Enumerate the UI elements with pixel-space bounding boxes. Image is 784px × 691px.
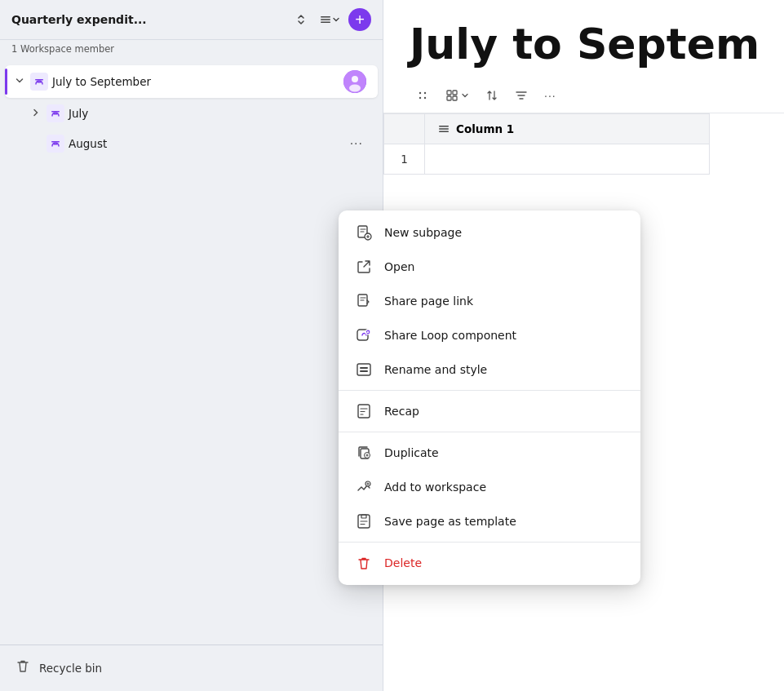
- sidebar-item-label-august: August: [69, 137, 343, 150]
- menu-label-new-subpage: New subpage: [384, 226, 462, 239]
- page-title: July to Septem: [410, 20, 758, 69]
- recycle-bin-label: Recycle bin: [39, 662, 102, 675]
- column-menu-icon: [438, 123, 450, 135]
- chevron-right-icon: [29, 108, 42, 119]
- duplicate-icon: [355, 444, 373, 462]
- recycle-bin-item[interactable]: Recycle bin: [11, 653, 371, 683]
- svg-point-18: [424, 97, 426, 99]
- sort-button[interactable]: [479, 85, 505, 106]
- page-icon-july-to-september: [29, 72, 49, 91]
- menu-item-new-subpage[interactable]: New subpage: [339, 215, 640, 250]
- menu-label-delete: Delete: [384, 556, 422, 569]
- svg-rect-0: [321, 16, 330, 18]
- svg-point-7: [352, 76, 358, 82]
- menu-item-share-loop[interactable]: Share Loop component: [339, 318, 640, 352]
- add-workspace-icon: [355, 478, 373, 496]
- filter-button[interactable]: [508, 85, 534, 106]
- svg-rect-22: [453, 96, 457, 100]
- row-cell[interactable]: [425, 144, 710, 175]
- menu-item-share-page-link[interactable]: Share page link: [339, 284, 640, 318]
- add-button[interactable]: +: [348, 8, 371, 31]
- menu-item-delete[interactable]: Delete: [339, 546, 640, 580]
- svg-rect-10: [51, 111, 60, 113]
- sidebar-item-july-to-september[interactable]: July to September: [5, 65, 378, 98]
- page-icon-august: [46, 134, 65, 153]
- svg-rect-4: [35, 79, 43, 81]
- share-page-link-icon: [355, 292, 373, 310]
- grid-view-button[interactable]: [439, 85, 476, 106]
- row-number: 1: [384, 144, 425, 175]
- svg-point-30: [365, 330, 371, 335]
- sidebar-header-icons: +: [291, 8, 371, 31]
- more-toolbar-button[interactable]: ···: [538, 85, 563, 106]
- svg-rect-1: [321, 19, 330, 20]
- svg-rect-23: [439, 126, 449, 127]
- menu-label-share-loop: Share Loop component: [384, 329, 516, 342]
- svg-rect-31: [357, 364, 370, 375]
- recycle-bin-icon: [15, 658, 31, 678]
- menu-item-recap[interactable]: Recap: [339, 394, 640, 428]
- sidebar-item-label-july-to-september: July to September: [52, 75, 340, 88]
- menu-divider-2: [339, 432, 640, 432]
- sidebar: Quarterly expendit... + 1 Workspace memb…: [0, 0, 383, 691]
- filter-icon: [515, 89, 528, 102]
- toolbar: ···: [383, 78, 784, 113]
- menu-item-add-to-workspace[interactable]: Add to workspace: [339, 470, 640, 504]
- sidebar-item-august[interactable]: › August ···: [5, 129, 378, 158]
- svg-rect-2: [321, 22, 330, 24]
- data-table: Column 1 1: [383, 113, 710, 175]
- page-icon-july: [46, 104, 65, 123]
- svg-point-8: [349, 85, 361, 92]
- column-1-label: Column 1: [456, 122, 514, 135]
- svg-rect-19: [447, 91, 451, 95]
- svg-point-15: [419, 92, 421, 94]
- rename-icon: [355, 361, 373, 379]
- svg-point-16: [424, 92, 426, 94]
- grid-icon: [445, 89, 458, 102]
- menu-item-open[interactable]: Open: [339, 250, 640, 284]
- drag-handle-button[interactable]: [410, 85, 436, 106]
- menu-item-duplicate[interactable]: Duplicate: [339, 436, 640, 470]
- svg-rect-5: [37, 82, 42, 83]
- ellipsis-icon: ···: [544, 89, 556, 102]
- share-loop-icon: [355, 326, 373, 344]
- drag-dots-icon: [416, 89, 429, 102]
- menu-divider-1: [339, 390, 640, 391]
- svg-rect-25: [439, 131, 449, 133]
- menu-label-open: Open: [384, 260, 414, 273]
- menu-label-save-as-template: Save page as template: [384, 515, 516, 528]
- menu-label-add-to-workspace: Add to workspace: [384, 481, 486, 494]
- svg-rect-24: [439, 128, 449, 130]
- sidebar-nav: July to September: [0, 61, 383, 644]
- menu-item-save-as-template[interactable]: Save page as template: [339, 504, 640, 538]
- workspace-label: 1 Workspace member: [0, 40, 383, 61]
- sidebar-item-label-july: July: [69, 107, 366, 120]
- menu-label-recap: Recap: [384, 405, 419, 418]
- sidebar-item-july[interactable]: July: [5, 99, 378, 128]
- recap-icon: [355, 402, 373, 420]
- delete-icon: [355, 554, 373, 572]
- column-1-header[interactable]: Column 1: [425, 114, 710, 144]
- more-options-button[interactable]: ···: [347, 135, 366, 153]
- save-template-icon: [355, 512, 373, 530]
- menu-divider-3: [339, 542, 640, 543]
- svg-rect-33: [360, 370, 368, 372]
- table-row: 1: [384, 144, 710, 175]
- svg-rect-14: [53, 144, 58, 145]
- menu-button[interactable]: [316, 10, 343, 29]
- open-icon: [355, 258, 373, 276]
- avatar-image: [343, 70, 366, 93]
- chevron-down-icon: [461, 91, 469, 100]
- menu-icon: [319, 13, 332, 26]
- svg-rect-32: [360, 367, 368, 369]
- menu-label-share-page-link: Share page link: [384, 295, 473, 308]
- menu-item-rename-and-style[interactable]: Rename and style: [339, 352, 640, 387]
- main-header: July to Septem: [383, 0, 784, 78]
- sidebar-footer: Recycle bin: [0, 644, 383, 691]
- sidebar-title: Quarterly expendit...: [11, 13, 285, 26]
- svg-rect-21: [447, 96, 451, 100]
- expand-collapse-button[interactable]: [291, 10, 311, 29]
- avatar: [343, 70, 366, 93]
- svg-rect-11: [53, 113, 58, 115]
- row-num-header: [384, 114, 425, 144]
